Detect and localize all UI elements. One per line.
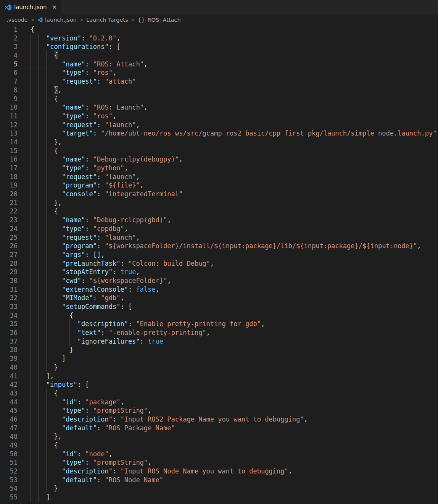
code-content[interactable]: } — [31, 363, 438, 372]
code-content[interactable]: "MIMode": "gdb", — [31, 294, 438, 302]
breadcrumb-item-file[interactable]: launch.json — [45, 17, 77, 23]
line-number[interactable]: 9 — [0, 95, 31, 103]
line-number[interactable]: 11 — [0, 112, 31, 121]
code-content[interactable]: "ignoreFailures": true — [31, 337, 438, 346]
editor[interactable]: 1{2 "version": "0.2.0",3 "configurations… — [0, 25, 438, 502]
line-number[interactable]: 14 — [0, 138, 31, 147]
line-number[interactable]: 2 — [0, 34, 31, 43]
code-content[interactable]: "args": [], — [31, 250, 438, 259]
code-content[interactable]: "text": "-enable-pretty-printing", — [31, 328, 438, 337]
code-content[interactable]: "target": "/home/ubt-neo/ros_ws/src/gcam… — [31, 129, 438, 138]
code-content[interactable]: "setupCommands": [ — [31, 302, 438, 311]
line-number[interactable]: 6 — [0, 68, 31, 77]
line-number[interactable]: 31 — [0, 285, 31, 294]
line-number[interactable]: 21 — [0, 199, 31, 207]
code-content[interactable]: "type": "ros", — [31, 112, 438, 121]
code-content[interactable]: "default": "ROS Package Name" — [31, 424, 438, 433]
line-number[interactable]: 43 — [0, 389, 31, 398]
line-number[interactable]: 35 — [0, 320, 31, 328]
line-number[interactable]: 10 — [0, 103, 31, 112]
line-number[interactable]: 22 — [0, 207, 31, 216]
line-number[interactable]: 25 — [0, 233, 31, 242]
code-content[interactable]: "type": "promptString", — [31, 406, 438, 415]
line-number[interactable]: 51 — [0, 458, 31, 467]
code-content[interactable]: { — [31, 389, 438, 398]
code-content[interactable]: ] — [31, 354, 438, 363]
code-content[interactable]: }, — [31, 199, 438, 207]
code-content[interactable]: "id": "package", — [31, 398, 438, 407]
line-number[interactable]: 29 — [0, 268, 31, 276]
code-content[interactable]: "inputs": [ — [31, 380, 438, 389]
code-content[interactable]: { — [31, 147, 438, 155]
code-content[interactable]: ] — [31, 493, 438, 502]
line-number[interactable]: 1 — [0, 25, 31, 34]
code-content[interactable]: { — [31, 207, 438, 216]
line-number[interactable]: 24 — [0, 225, 31, 233]
line-number[interactable]: 3 — [0, 42, 31, 51]
line-number[interactable]: 45 — [0, 406, 31, 415]
line-number[interactable]: 48 — [0, 432, 31, 441]
code-content[interactable]: "type": "promptString", — [31, 458, 438, 467]
breadcrumb-item-vscode[interactable]: .vscode — [6, 17, 28, 23]
breadcrumb-item-symbol[interactable]: ROS: Attach — [147, 17, 180, 23]
line-number[interactable]: 30 — [0, 276, 31, 285]
line-number[interactable]: 38 — [0, 346, 31, 354]
code-content[interactable]: { — [31, 441, 438, 450]
code-content[interactable]: "type": "cppdbg", — [31, 225, 438, 233]
line-number[interactable]: 55 — [0, 493, 31, 502]
line-number[interactable]: 34 — [0, 311, 31, 320]
line-number[interactable]: 16 — [0, 155, 31, 164]
line-number[interactable]: 7 — [0, 77, 31, 86]
code-content[interactable]: "name": "ROS: Attach", — [31, 60, 438, 69]
line-number[interactable]: 44 — [0, 398, 31, 407]
breadcrumb-item-launch-targets[interactable]: Launch Targets — [86, 17, 128, 23]
line-number[interactable]: 36 — [0, 328, 31, 337]
line-number[interactable]: 42 — [0, 380, 31, 389]
code-content[interactable]: "request": "launch", — [31, 121, 438, 129]
line-number[interactable]: 32 — [0, 294, 31, 302]
tab-launch-json[interactable]: launch.json ✕ — [0, 0, 61, 15]
code-content[interactable]: } — [31, 346, 438, 354]
code-content[interactable]: "description": "Enable pretty-printing f… — [31, 320, 438, 328]
code-content[interactable]: "cwd": "${workspaceFolder}", — [31, 276, 438, 285]
code-content[interactable]: "id": "node", — [31, 450, 438, 459]
code-content[interactable]: "name": "ROS: Launch", — [31, 103, 438, 112]
line-number[interactable]: 39 — [0, 354, 31, 363]
line-number[interactable]: 20 — [0, 190, 31, 199]
line-number[interactable]: 12 — [0, 121, 31, 129]
code-content[interactable]: }, — [31, 432, 438, 441]
code-content[interactable]: ], — [31, 372, 438, 381]
line-number[interactable]: 18 — [0, 173, 31, 181]
line-number[interactable]: 41 — [0, 372, 31, 381]
code-content[interactable]: "type": "python", — [31, 164, 438, 173]
line-number[interactable]: 33 — [0, 302, 31, 311]
code-content[interactable]: "description": "Input ROS Node Name you … — [31, 467, 438, 476]
code-content[interactable]: { — [31, 95, 438, 103]
close-icon[interactable]: ✕ — [52, 5, 57, 10]
code-content[interactable]: "version": "0.2.0", — [31, 34, 438, 43]
code-content[interactable]: { — [31, 25, 438, 34]
code-content[interactable]: } — [31, 484, 438, 493]
line-number[interactable]: 27 — [0, 250, 31, 259]
code-content[interactable]: "name": "Debug-rclcpp(gbd)", — [31, 216, 438, 225]
line-number[interactable]: 37 — [0, 337, 31, 346]
code-content[interactable]: "preLaunchTask": "Colcon: build Debug", — [31, 259, 438, 268]
code-content[interactable]: "default": "ROS Node Name" — [31, 476, 438, 485]
line-number[interactable]: 19 — [0, 181, 31, 190]
line-number[interactable]: 17 — [0, 164, 31, 173]
code-content[interactable]: "request": "launch", — [31, 233, 438, 242]
line-number[interactable]: 52 — [0, 467, 31, 476]
code-content[interactable]: "configurations": [ — [31, 42, 438, 51]
line-number[interactable]: 13 — [0, 129, 31, 138]
code-content[interactable]: { — [31, 51, 438, 60]
code-content[interactable]: "externalConsole": false, — [31, 285, 438, 294]
line-number[interactable]: 8 — [0, 86, 31, 95]
code-content[interactable]: "program": "${file}", — [31, 181, 438, 190]
line-number[interactable]: 50 — [0, 450, 31, 459]
code-content[interactable]: "request": "attach" — [31, 77, 438, 86]
line-number[interactable]: 28 — [0, 259, 31, 268]
code-content[interactable]: "console": "integratedTerminal" — [31, 190, 438, 199]
line-number[interactable]: 53 — [0, 476, 31, 485]
code-content[interactable]: "program": "${workspaceFolder}/install/$… — [31, 242, 438, 250]
line-number[interactable]: 46 — [0, 415, 31, 424]
